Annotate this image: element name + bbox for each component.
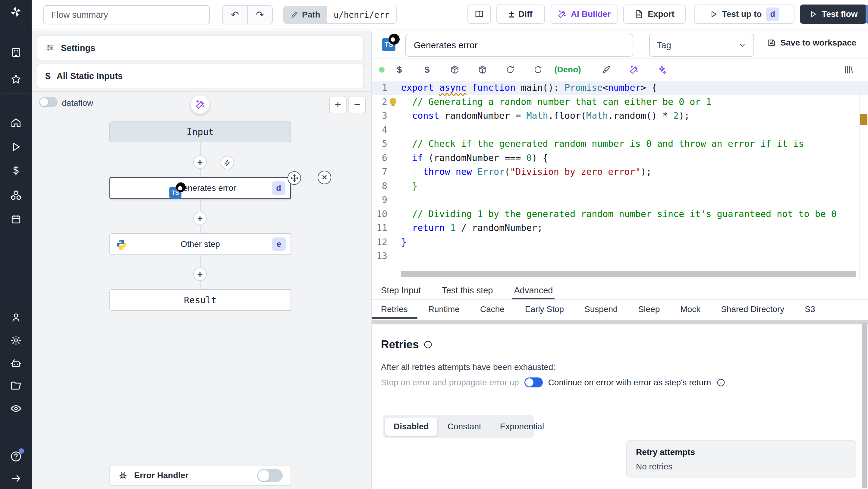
diff-label: Diff	[518, 9, 532, 19]
package-icon[interactable]	[441, 65, 469, 74]
subtab-mock[interactable]: Mock	[680, 302, 701, 319]
workspace-icon[interactable]	[10, 46, 22, 59]
cutoff-button[interactable]	[866, 4, 868, 24]
folders-icon[interactable]	[10, 379, 22, 392]
users-person-icon[interactable]	[10, 311, 22, 324]
expand-sidebar-arrow-icon[interactable]	[10, 472, 22, 485]
zoom-in-button[interactable]: +	[329, 96, 347, 113]
code-line-10[interactable]: 10 // Dividing 1 by the generated random…	[372, 207, 868, 221]
code-line-12[interactable]: 12}	[372, 235, 868, 249]
library-icon[interactable]	[843, 64, 854, 75]
ai-builder-button[interactable]: AI Builder	[551, 4, 618, 24]
code-line-9[interactable]: 9	[372, 193, 868, 207]
test-flow-button[interactable]: Test flow	[800, 4, 867, 24]
path-button[interactable]: Path u/henri/err	[283, 6, 397, 24]
code-text: const randomNumber = Math.floor(Math.ran…	[401, 109, 689, 123]
lightbulb-icon[interactable]	[390, 98, 396, 104]
add-step-button[interactable]: +	[193, 155, 207, 169]
retry-mode-disabled[interactable]: Disabled	[385, 418, 437, 436]
info-icon[interactable]	[716, 378, 725, 387]
tag-select[interactable]: Tag	[649, 34, 754, 57]
ai-sparkles-icon[interactable]	[648, 65, 676, 74]
code-line-11[interactable]: 11 return 1 / randomNumber;	[372, 221, 868, 235]
runs-play-icon[interactable]	[10, 141, 22, 153]
workers-robot-icon[interactable]	[10, 357, 22, 370]
flow-settings-button[interactable]: Settings	[37, 36, 364, 60]
code-line-2[interactable]: 2 // Generating a random number that can…	[372, 95, 868, 109]
flow-result-node[interactable]: Result	[110, 289, 291, 311]
flow-graph-panel: Settings $ All Static Inputs dataflow + …	[32, 31, 372, 489]
info-icon[interactable]	[424, 340, 433, 349]
deno-icon	[389, 34, 400, 44]
add-step-button[interactable]: +	[193, 212, 207, 225]
ai-flow-wand-button[interactable]	[191, 95, 210, 114]
diff-button[interactable]: ± Diff	[496, 4, 545, 24]
schedules-calendar-icon[interactable]	[10, 213, 22, 225]
docs-book-button[interactable]	[467, 4, 491, 24]
code-line-5[interactable]: 5 // Check if the generated random numbe…	[372, 137, 868, 151]
step-node-generates-error[interactable]: TS Generates error d ✕	[110, 177, 291, 199]
add-step-button[interactable]: +	[193, 267, 207, 281]
subtabs-scrollbar[interactable]	[372, 320, 868, 325]
subtab-runtime[interactable]: Runtime	[428, 302, 460, 319]
format-brush-icon[interactable]	[592, 65, 620, 74]
zoom-out-button[interactable]: −	[348, 96, 366, 113]
subtab-retries[interactable]: Retries	[381, 302, 408, 319]
play-outline-icon	[809, 10, 817, 19]
code-editor[interactable]: 1export async function main(): Promise<n…	[372, 81, 868, 280]
package-icon[interactable]	[469, 65, 496, 74]
code-line-1[interactable]: 1export async function main(): Promise<n…	[372, 81, 868, 95]
code-line-8[interactable]: 8 }	[372, 179, 868, 193]
stop-on-error-option[interactable]: Stop on error and propagate error up	[381, 378, 519, 388]
code-line-3[interactable]: 3 const randomNumber = Math.floor(Math.r…	[372, 109, 868, 123]
code-line-7[interactable]: 7 throw new Error("Division by zero erro…	[372, 165, 868, 179]
tab-step-input[interactable]: Step Input	[381, 282, 421, 299]
save-to-workspace-button[interactable]: Save to workspace	[767, 38, 856, 48]
continue-on-error-toggle[interactable]	[524, 377, 543, 388]
subtab-shared-directory[interactable]: Shared Directory	[721, 302, 784, 319]
move-step-button[interactable]	[287, 171, 301, 185]
step-name-input[interactable]	[405, 34, 633, 57]
help-icon[interactable]	[10, 450, 22, 463]
variables-dollar-icon[interactable]	[10, 164, 22, 177]
all-static-inputs-button[interactable]: $ All Static Inputs	[37, 64, 364, 88]
subtab-cache[interactable]: Cache	[480, 302, 504, 319]
delete-step-button[interactable]: ✕	[318, 171, 331, 184]
continue-on-error-option[interactable]: Continue on error with error as step's r…	[548, 378, 711, 388]
resource-picker-button[interactable]: $	[413, 64, 441, 75]
ai-wand-icon[interactable]	[620, 65, 648, 74]
retry-mode-exponential[interactable]: Exponential	[492, 418, 553, 436]
dataflow-toggle[interactable]	[39, 97, 58, 107]
resources-cubes-icon[interactable]	[10, 189, 22, 202]
flow-input-node[interactable]: Input	[110, 122, 291, 142]
audit-eye-icon[interactable]	[10, 402, 22, 415]
export-button[interactable]: Export	[623, 4, 686, 24]
step-node-other-step[interactable]: Other step e	[110, 233, 291, 255]
code-line-6[interactable]: 6 if (randomNumber === 0) {	[372, 151, 868, 165]
subtab-sleep[interactable]: Sleep	[638, 302, 660, 319]
test-up-to-button[interactable]: Test up to d	[694, 4, 795, 24]
code-line-13[interactable]: 13	[372, 249, 868, 263]
variable-picker-button[interactable]: $	[385, 64, 413, 75]
favorites-star-icon[interactable]	[10, 73, 22, 86]
subtab-s3[interactable]: S3	[805, 302, 815, 319]
subtab-suspend[interactable]: Suspend	[584, 302, 618, 319]
trigger-bolt-button[interactable]	[221, 156, 234, 170]
tab-advanced[interactable]: Advanced	[514, 282, 553, 299]
home-icon[interactable]	[10, 116, 22, 129]
windmill-logo[interactable]	[10, 5, 22, 18]
flow-summary-input[interactable]	[43, 5, 210, 24]
error-handler-toggle[interactable]	[257, 469, 283, 482]
tab-test-this-step[interactable]: Test this step	[442, 282, 493, 299]
code-line-4[interactable]: 4	[372, 123, 868, 137]
error-handler-card[interactable]: Error Handler	[110, 465, 291, 486]
undo-button[interactable]: ↶	[223, 6, 248, 24]
subtab-early-stop[interactable]: Early Stop	[525, 302, 564, 319]
panel-vertical-scrollbar[interactable]	[862, 323, 867, 488]
editor-horizontal-scrollbar[interactable]	[401, 271, 856, 277]
retry-mode-constant[interactable]: Constant	[439, 418, 490, 436]
settings-gear-icon[interactable]	[10, 334, 22, 347]
reload-icon[interactable]	[524, 65, 552, 74]
redo-button[interactable]: ↷	[248, 6, 272, 24]
reload-icon[interactable]	[496, 65, 524, 74]
